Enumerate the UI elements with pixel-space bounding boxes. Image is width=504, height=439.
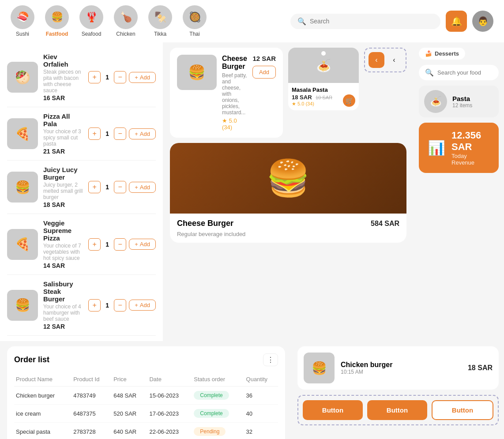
order-table-head: Product Name Product Id Price Date Statu… — [14, 372, 278, 386]
food-actions-2: + 1 − + Add — [88, 181, 156, 193]
masala-pasta-old-price: 10 SAR — [316, 95, 332, 100]
order-table-body: Chicken burger 4783749 648 SAR 15-06-202… — [14, 386, 278, 439]
row-status-1: Complete — [192, 405, 244, 423]
qty-minus-2[interactable]: − — [114, 181, 126, 193]
category-tikka-label: Tikka — [154, 31, 166, 37]
qty-minus-4[interactable]: − — [114, 299, 126, 311]
row-id-0: 4783749 — [71, 386, 112, 405]
row-date-1: 17-06-2023 — [147, 405, 192, 423]
pasta-dot — [321, 51, 326, 56]
food-actions-3: + 1 − + Add — [88, 238, 156, 251]
pasta-recommendation: 🍝 Pasta 12 items — [419, 86, 499, 117]
add-btn-0[interactable]: + Add — [129, 72, 156, 83]
food-item-1: 🍕 Pizza All Pala Your choice of 3 spicy … — [7, 107, 156, 161]
table-row: ice cream 6487375 520 SAR 17-06-2023 Com… — [14, 405, 278, 423]
cheese-burger-stars: ★ 5.0 (34) — [222, 117, 247, 131]
qty-val-2: 1 — [103, 184, 111, 191]
cheese-burger-add-button[interactable]: Add — [252, 66, 276, 79]
qty-plus-1[interactable]: + — [88, 128, 101, 140]
qty-minus-0[interactable]: − — [114, 71, 126, 83]
food-price-lucy: 18 SAR — [43, 201, 83, 208]
category-seafood[interactable]: 🦞 Seafood — [79, 5, 103, 37]
action-button-2[interactable]: Button — [367, 400, 427, 420]
col-product-name: Product Name — [14, 372, 71, 386]
cheese-burger-info: Cheese Burger Beef patty, and cheese, wi… — [222, 55, 247, 131]
add-btn-1[interactable]: + Add — [129, 128, 156, 139]
notification-button[interactable]: 🔔 — [446, 11, 467, 32]
search-input[interactable] — [310, 18, 433, 25]
category-tikka[interactable]: 🍢 Tikka — [148, 5, 172, 37]
status-badge: Complete — [194, 409, 229, 418]
food-item-0: 🥙 Kiev Orfalieh Steak pieces on pita wit… — [7, 48, 156, 107]
row-date-0: 15-06-2023 — [147, 386, 192, 405]
food-img-wrap-3: 🍕 — [7, 229, 38, 260]
order-list-title: Order list — [14, 355, 49, 364]
desserts-tag[interactable]: 🍰 Desserts — [419, 48, 465, 60]
revenue-amount: 12.356 SAR — [451, 130, 490, 153]
col-date: Date — [147, 372, 192, 386]
chicken-burger-img: 🍔 — [304, 353, 335, 383]
category-fastfood[interactable]: 🍔 Fastfood — [45, 5, 69, 37]
masala-pasta-card: 🍝 Masala Pasta 18 SAR 10 SAR ★ 5.0 (34) … — [288, 48, 359, 110]
order-table: Product Name Product Id Price Date Statu… — [14, 372, 278, 439]
status-badge: Pending — [194, 427, 226, 436]
top-right: 🔍 🔔 👨 — [290, 11, 493, 32]
add-btn-3[interactable]: + Add — [129, 239, 156, 250]
cart-icon[interactable]: 🛒 — [343, 94, 355, 107]
food-desc-kiev: Steak pieces on pita with bacon with che… — [43, 69, 83, 94]
category-fastfood-img: 🍔 — [45, 5, 69, 29]
category-chicken[interactable]: 🍗 Chicken — [114, 5, 138, 37]
chicken-burger-time: 10:15 AM — [341, 369, 462, 375]
order-list-header: Order list ⋮ — [14, 353, 278, 366]
row-product-1: ice cream — [14, 405, 71, 423]
category-sushi[interactable]: 🍣 Sushi — [11, 5, 34, 37]
qty-plus-0[interactable]: + — [88, 71, 101, 83]
prev-arrow-button[interactable]: ‹ — [369, 52, 384, 68]
main-area: 🥙 Kiev Orfalieh Steak pieces on pita wit… — [0, 42, 504, 341]
food-img-wrap-1: 🍕 — [7, 118, 38, 149]
chicken-burger-name: Chicken burger — [341, 361, 462, 369]
add-btn-2[interactable]: + Add — [129, 182, 156, 193]
category-thai-img: 🥘 — [183, 5, 207, 29]
row-qty-1: 40 — [244, 405, 278, 423]
plus-icon-2: + — [135, 184, 138, 191]
food-image-kiev: 🥙 — [7, 62, 38, 93]
qty-plus-2[interactable]: + — [88, 181, 101, 193]
masala-pasta-img: 🍝 — [288, 48, 359, 83]
right-search-bar[interactable]: 🔍 — [419, 65, 499, 80]
qty-plus-4[interactable]: + — [88, 299, 101, 311]
search-bar[interactable]: 🔍 — [290, 14, 440, 29]
row-id-1: 6487375 — [71, 405, 112, 423]
more-options-button[interactable]: ⋮ — [263, 353, 278, 366]
food-price-pizza: 21 SAR — [43, 148, 83, 155]
food-image-lucy: 🍔 — [7, 172, 38, 203]
category-list: 🍣 Sushi 🍔 Fastfood 🦞 Seafood 🍗 Chicken 🍢… — [11, 5, 207, 37]
big-burger-image: 🍔 — [170, 143, 406, 214]
food-desc-lucy: Juicy burger, 2 melted small grill burge… — [43, 182, 83, 200]
action-button-1[interactable]: Button — [303, 400, 363, 420]
masala-pasta-name: Masala Pasta — [292, 86, 355, 93]
col-status: Status order — [192, 372, 244, 386]
add-btn-4[interactable]: + Add — [129, 300, 156, 311]
next-arrow-button[interactable]: ‹ — [386, 52, 402, 68]
bottom-section: Order list ⋮ Product Name Product Id Pri… — [0, 341, 504, 439]
food-actions-0: + 1 − + Add — [88, 71, 156, 83]
right-search-input[interactable] — [437, 69, 493, 76]
row-product-0: Chicken burger — [14, 386, 71, 405]
qty-plus-3[interactable]: + — [88, 238, 101, 251]
category-fastfood-label: Fastfood — [46, 31, 68, 37]
food-name-kiev: Kiev Orfalieh — [43, 53, 83, 68]
food-info-pizza: Pizza All Pala Your choice of 3 spicy sm… — [43, 113, 83, 155]
qty-minus-1[interactable]: − — [114, 128, 126, 140]
row-status-2: Pending — [192, 423, 244, 439]
qty-minus-3[interactable]: − — [114, 238, 126, 251]
food-item-4: 🍔 Salisbury Steak Burger Your choice of … — [7, 275, 156, 336]
big-burger-name: Cheese Burger — [177, 219, 233, 228]
qty-val-1: 1 — [103, 130, 111, 137]
food-info-lucy: Juicy Lucy Burger Juicy burger, 2 melted… — [43, 166, 83, 208]
action-button-3[interactable]: Button — [432, 400, 493, 420]
desserts-icon: 🍰 — [425, 50, 432, 57]
food-image-pizza: 🍕 — [7, 118, 38, 149]
plus-icon-1: + — [135, 131, 138, 137]
category-thai[interactable]: 🥘 Thai — [183, 5, 207, 37]
